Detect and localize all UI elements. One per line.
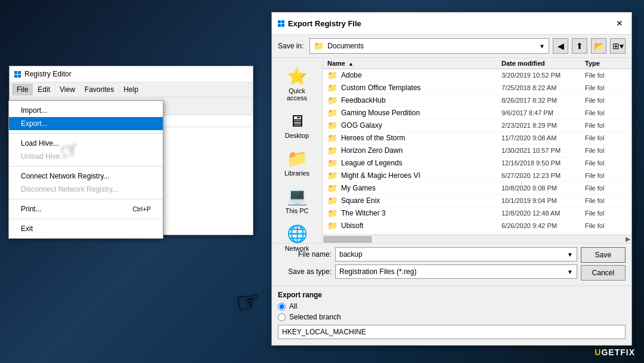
scroll-right-btn[interactable]: ▶: [626, 235, 630, 243]
table-row[interactable]: 📁 My Games 10/8/2020 8:08 PM File fol: [323, 182, 631, 195]
sidebar-item-this-pc[interactable]: 💻 This PC: [273, 183, 321, 218]
quick-access-icon: ⭐: [287, 66, 308, 86]
table-row[interactable]: 📁 GOG Galaxy 2/23/2021 8:29 PM File fol: [323, 119, 631, 132]
folder-row-icon: 📁: [327, 158, 338, 168]
file-name-cell: Ubisoft: [341, 222, 501, 230]
folder-row-icon: 📁: [327, 146, 338, 155]
file-name-cell: GOG Galaxy: [341, 121, 501, 130]
name-column-header[interactable]: Name ▲: [327, 60, 501, 67]
menu-favorites[interactable]: Favorites: [80, 84, 119, 96]
desktop-icon: 🖥: [289, 111, 305, 131]
menu-load-hive[interactable]: Load Hive...: [9, 137, 163, 150]
file-date-cell: 9/6/2017 8:47 PM: [501, 109, 585, 116]
close-button[interactable]: ✕: [614, 17, 626, 29]
menu-file[interactable]: File: [12, 84, 33, 96]
file-date-cell: 6/26/2020 9:42 PM: [501, 222, 585, 229]
folder-row-icon: 📁: [327, 70, 338, 80]
table-row[interactable]: 📁 Gaming Mouse Perdition 9/6/2017 8:47 P…: [323, 107, 631, 119]
file-type-cell: File fol: [585, 184, 627, 192]
table-row[interactable]: 📁 The Witcher 3 12/8/2020 12:48 AM File …: [323, 207, 631, 220]
folder-row-icon: 📁: [327, 133, 338, 143]
file-name-cell: Heroes of the Storm: [341, 134, 501, 142]
export-dialog-titlebar: Export Registry File ✕: [272, 13, 631, 35]
watermark-text: GETFIX: [601, 347, 635, 357]
back-button[interactable]: ◀: [553, 38, 568, 54]
file-name-cell: FeedbackHub: [341, 96, 501, 104]
radio-all[interactable]: [278, 303, 286, 310]
file-date-cell: 2/23/2021 8:29 PM: [501, 122, 585, 129]
table-row[interactable]: 📁 Adobe 3/20/2019 10:52 PM File fol: [323, 69, 631, 82]
type-column-header[interactable]: Type: [585, 60, 627, 67]
table-row[interactable]: 📁 Square Enix 10/1/2019 9:04 PM File fol: [323, 195, 631, 207]
view-options-button[interactable]: ⊞▾: [610, 38, 626, 54]
saveas-label: Save as type:: [278, 267, 332, 276]
sidebar-item-desktop[interactable]: 🖥 Desktop: [273, 107, 321, 143]
cancel-button[interactable]: Cancel: [581, 265, 626, 281]
file-date-cell: 6/27/2020 12:23 PM: [501, 172, 585, 179]
menu-edit[interactable]: Edit: [33, 84, 55, 96]
file-date-cell: 10/8/2020 8:08 PM: [501, 184, 585, 192]
sidebar-item-quick-access[interactable]: ⭐ Quick access: [273, 63, 321, 105]
saveas-dropdown-icon: ▼: [567, 269, 573, 275]
save-in-dropdown[interactable]: 📁 Documents ▼: [309, 38, 549, 54]
up-folder-button[interactable]: ⬆: [572, 38, 587, 54]
watermark-u: U: [595, 347, 601, 357]
table-row[interactable]: 📁 Heroes of the Storm 11/7/2020 9:08 AM …: [323, 132, 631, 144]
menu-export[interactable]: Export...: [9, 117, 163, 130]
scrollbar-thumb[interactable]: [324, 236, 371, 242]
radio-selected[interactable]: [278, 313, 286, 321]
file-dropdown-menu: Import... Export... Load Hive... Unload …: [8, 100, 163, 239]
save-button[interactable]: Save: [581, 247, 626, 263]
menu-disconnect-network: Disconnect Network Registry...: [9, 183, 163, 196]
watermark: UGETFIX: [595, 347, 635, 357]
file-date-cell: 12/16/2018 9:50 PM: [501, 159, 585, 167]
folder-row-icon: 📁: [327, 183, 338, 193]
file-date-cell: 3/20/2019 10:52 PM: [501, 72, 585, 79]
menu-print[interactable]: Print... Ctrl+P: [9, 202, 163, 216]
file-name-cell: League of Legends: [341, 159, 501, 167]
file-name-cell: My Games: [341, 184, 501, 192]
file-name-cell: Might & Magic Heroes VI: [341, 171, 501, 180]
horizontal-scrollbar[interactable]: ▶: [323, 235, 631, 243]
export-range-title: Export range: [278, 291, 626, 299]
menu-view[interactable]: View: [55, 84, 80, 96]
table-row[interactable]: 📁 Ubisoft 6/26/2020 9:42 PM File fol: [323, 220, 631, 232]
filename-input[interactable]: backup ▼: [335, 247, 577, 262]
menu-import[interactable]: Import...: [9, 104, 163, 117]
folder-row-icon: 📁: [327, 121, 338, 130]
branch-input[interactable]: [278, 325, 626, 339]
table-row[interactable]: 📁 League of Legends 12/16/2018 9:50 PM F…: [323, 157, 631, 170]
export-dialog-title: Export Registry File: [288, 19, 361, 28]
menu-exit[interactable]: Exit: [9, 222, 163, 235]
export-range-section: Export range All Selected branch: [272, 285, 631, 345]
file-type-cell: File fol: [585, 147, 627, 154]
sidebar-item-libraries[interactable]: 📁 Libraries: [273, 145, 321, 180]
table-row[interactable]: 📁 FeedbackHub 8/26/2017 8:32 PM File fol: [323, 94, 631, 107]
radio-selected-label: Selected branch: [289, 313, 341, 321]
new-folder-button[interactable]: 📂: [591, 38, 606, 54]
menu-help[interactable]: Help: [119, 84, 143, 96]
export-dialog-icon: [278, 20, 284, 27]
file-name-cell: The Witcher 3: [341, 209, 501, 217]
date-column-header[interactable]: Date modified: [501, 60, 585, 67]
registry-editor-titlebar: Registry Editor: [10, 66, 253, 82]
radio-selected-option: Selected branch: [278, 313, 626, 321]
file-type-cell: File fol: [585, 134, 627, 141]
file-type-cell: File fol: [585, 109, 627, 116]
file-type-cell: File fol: [585, 97, 627, 104]
file-name-cell: Horizon Zero Dawn: [341, 146, 501, 155]
filename-row: File name: backup ▼: [278, 247, 577, 262]
table-row[interactable]: 📁 Might & Magic Heroes VI 6/27/2020 12:2…: [323, 170, 631, 182]
file-name-cell: Gaming Mouse Perdition: [341, 109, 501, 117]
folder-row-icon: 📁: [327, 83, 338, 93]
table-row[interactable]: 📁 Horizon Zero Dawn 1/30/2021 10:57 PM F…: [323, 144, 631, 157]
saveas-input[interactable]: Registration Files (*.reg) ▼: [335, 264, 577, 279]
filename-label: File name:: [278, 250, 332, 259]
file-name-cell: Adobe: [341, 71, 501, 79]
registry-editor-title: Registry Editor: [24, 70, 248, 78]
menu-connect-network[interactable]: Connect Network Registry...: [9, 170, 163, 183]
file-name-cell: Square Enix: [341, 196, 501, 205]
file-type-cell: File fol: [585, 159, 627, 167]
table-row[interactable]: 📁 Custom Office Templates 7/25/2018 8:22…: [323, 82, 631, 94]
file-date-cell: 8/26/2017 8:32 PM: [501, 97, 585, 104]
